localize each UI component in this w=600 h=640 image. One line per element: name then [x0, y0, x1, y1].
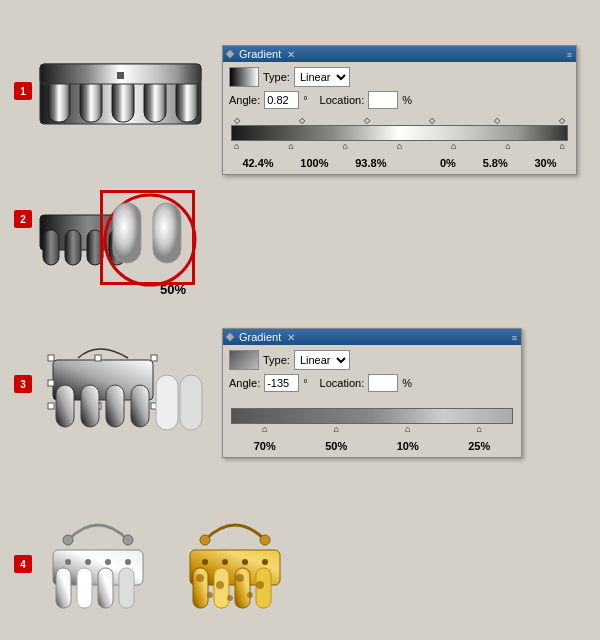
- panel-1-angle-input[interactable]: [264, 91, 299, 109]
- svg-point-31: [123, 535, 133, 545]
- pct-1: 42.4%: [242, 157, 273, 169]
- panel-1-menu-icon[interactable]: ≡: [567, 50, 572, 60]
- panel-1-bottom-stops: ⌂ ⌂ ⌂ ⌂ ⌂ ⌂ ⌂: [229, 141, 570, 155]
- stop-3-house-2[interactable]: ⌂: [334, 424, 339, 434]
- panel-3-type-row: Type: Linear Radial: [229, 350, 515, 370]
- step-2-circle: [100, 190, 195, 285]
- svg-rect-21: [48, 403, 54, 409]
- svg-point-49: [222, 559, 228, 565]
- panel-3-titlebar: Gradient ✕ ≡: [223, 329, 521, 345]
- stop-diamond-3[interactable]: ◇: [364, 116, 370, 125]
- step-3-svg: [38, 330, 203, 445]
- panel-3-angle-label: Angle:: [229, 377, 260, 389]
- stop-house-6[interactable]: ⌂: [505, 141, 510, 151]
- panel-3-angle-row: Angle: ° Location: %: [229, 374, 515, 392]
- panel-3-icon: [226, 333, 234, 341]
- svg-point-57: [227, 595, 233, 601]
- pct-3: 93.8%: [355, 157, 386, 169]
- panel-1-close-x[interactable]: ✕: [287, 49, 295, 60]
- stop-3-house-4[interactable]: ⌂: [477, 424, 482, 434]
- step-1-badge: 1: [14, 82, 32, 100]
- stop-house-2[interactable]: ⌂: [288, 141, 293, 151]
- svg-point-40: [125, 559, 131, 565]
- stop-3-house-3[interactable]: ⌂: [405, 424, 410, 434]
- svg-rect-18: [95, 355, 101, 361]
- panel-1-color-preview[interactable]: [229, 67, 259, 87]
- panel-3-location-label: Location:: [320, 377, 365, 389]
- stop-diamond-4[interactable]: ◇: [429, 116, 435, 125]
- svg-rect-20: [48, 380, 54, 386]
- stop-diamond-2[interactable]: ◇: [299, 116, 305, 125]
- svg-rect-44: [193, 568, 208, 608]
- pct-2: 100%: [300, 157, 328, 169]
- panel-3-color-preview[interactable]: [229, 350, 259, 370]
- svg-point-54: [236, 574, 244, 582]
- panel-1-top-stops: ◇ ◇ ◇ ◇ ◇ ◇: [229, 113, 570, 125]
- step-1-gradient-panel: Gradient ✕ ≡ Type: Linear Radial Angle: …: [222, 45, 577, 175]
- panel-1-degree-symbol: °: [303, 94, 307, 106]
- svg-rect-19: [151, 355, 157, 361]
- panel-3-type-select[interactable]: Linear Radial: [294, 350, 350, 370]
- svg-point-53: [216, 581, 224, 589]
- svg-point-52: [196, 574, 204, 582]
- step-2-circle-svg: [103, 193, 198, 288]
- panel-3-close-x[interactable]: ✕: [287, 332, 295, 343]
- panel-1-title: Gradient: [239, 48, 281, 60]
- panel-3-angle-input[interactable]: [264, 374, 299, 392]
- stop-house-4[interactable]: ⌂: [397, 141, 402, 151]
- panel-1-type-label: Type:: [263, 71, 290, 83]
- p3-pct-3: 10%: [397, 440, 419, 452]
- p3-pct-2: 50%: [325, 440, 347, 452]
- panel-1-location-label: Location:: [320, 94, 365, 106]
- step-4-gold-svg: [175, 490, 305, 620]
- step-4-artwork-gold: [175, 490, 305, 620]
- stop-diamond-5[interactable]: ◇: [494, 116, 500, 125]
- stop-house-7[interactable]: ⌂: [560, 141, 565, 151]
- panel-1-gradient-bar-container: ◇ ◇ ◇ ◇ ◇ ◇ ⌂ ⌂ ⌂ ⌂ ⌂ ⌂ ⌂: [229, 113, 570, 155]
- svg-point-37: [65, 559, 71, 565]
- svg-rect-46: [235, 568, 250, 608]
- step-3-gradient-panel: Gradient ✕ ≡ Type: Linear Radial Angle: …: [222, 328, 522, 458]
- svg-rect-7: [117, 72, 124, 79]
- stop-diamond-1[interactable]: ◇: [234, 116, 240, 125]
- stop-house-3[interactable]: ⌂: [343, 141, 348, 151]
- svg-rect-34: [77, 568, 92, 608]
- pct-6: 5.8%: [483, 157, 508, 169]
- stop-3-house-1[interactable]: ⌂: [262, 424, 267, 434]
- panel-3-menu-area: ≡: [512, 331, 517, 343]
- panel-1-menu-area: ≡: [567, 48, 572, 60]
- stop-diamond-6[interactable]: ◇: [559, 116, 565, 125]
- panel-3-menu-icon[interactable]: ≡: [512, 333, 517, 343]
- svg-rect-10: [65, 230, 81, 265]
- svg-rect-36: [119, 568, 134, 608]
- svg-rect-35: [98, 568, 113, 608]
- svg-rect-25: [81, 385, 99, 427]
- stop-house-1[interactable]: ⌂: [234, 141, 239, 151]
- svg-point-51: [262, 559, 268, 565]
- panel-3-gradient-bar[interactable]: [231, 408, 513, 424]
- panel-1-type-row: Type: Linear Radial: [229, 67, 570, 87]
- panel-3-title: Gradient: [239, 331, 281, 343]
- panel-3-type-label: Type:: [263, 354, 290, 366]
- svg-rect-33: [56, 568, 71, 608]
- panel-1-gradient-bar[interactable]: [231, 125, 568, 141]
- panel-3-location-input[interactable]: [368, 374, 398, 392]
- panel-1-type-select[interactable]: Linear Radial: [294, 67, 350, 87]
- panel-3-degree-symbol: °: [303, 377, 307, 389]
- svg-point-41: [200, 535, 210, 545]
- panel-3-title-left: Gradient ✕: [227, 331, 295, 343]
- panel-3-pct-row: 70% 50% 10% 25%: [229, 440, 515, 452]
- stop-house-5[interactable]: ⌂: [451, 141, 456, 151]
- pct-5: 0%: [440, 157, 456, 169]
- svg-rect-26: [106, 385, 124, 427]
- svg-point-30: [63, 535, 73, 545]
- svg-rect-14: [113, 203, 141, 263]
- step-4-silver-svg: [38, 490, 168, 620]
- panel-1-angle-row: Angle: ° Location: %: [229, 91, 570, 109]
- svg-rect-29: [180, 375, 202, 430]
- step-1-artwork: [38, 62, 203, 127]
- pct-7: 30%: [535, 157, 557, 169]
- panel-1-location-input[interactable]: [368, 91, 398, 109]
- svg-point-38: [85, 559, 91, 565]
- step-4-artwork-silver: [38, 490, 168, 620]
